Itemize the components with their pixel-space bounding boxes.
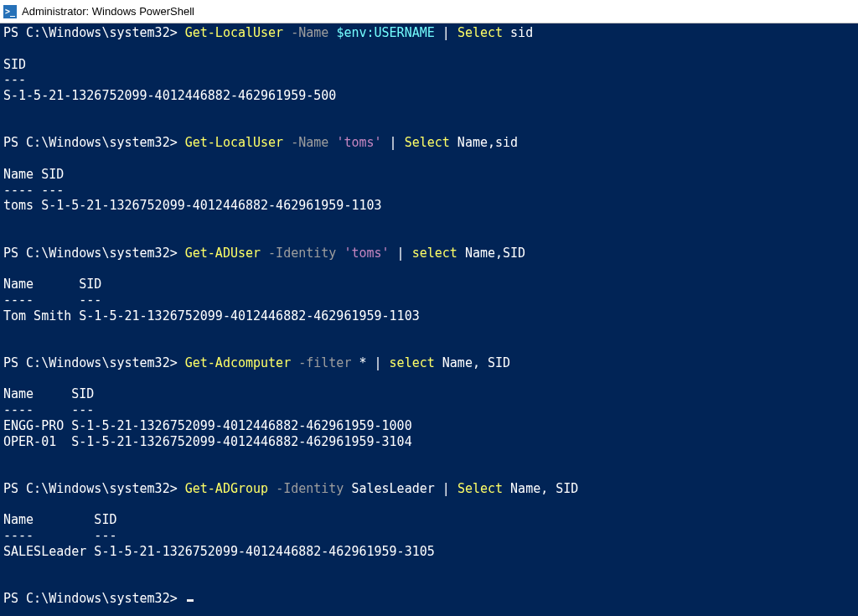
pipe: | xyxy=(435,481,457,496)
ps-prompt: PS C:\Windows\system32> xyxy=(3,355,185,370)
window-title: Administrator: Windows PowerShell xyxy=(22,5,194,18)
pipe: | xyxy=(390,246,412,261)
argument-plain: Name,sid xyxy=(450,135,518,150)
argument-string: 'toms' xyxy=(336,135,381,150)
powershell-icon: >_ xyxy=(3,5,17,18)
argument-plain: Name,SID xyxy=(457,246,525,261)
output-header: Name SID xyxy=(3,277,855,292)
argument-plain: Name, SID xyxy=(503,481,578,496)
argument-plain: SalesLeader xyxy=(351,481,434,496)
pipe: | xyxy=(435,25,457,40)
output-rule: ---- --- xyxy=(3,402,855,418)
output-row: ENGG-PRO S-1-5-21-1326752099-4012446882-… xyxy=(3,418,855,434)
cmdlet: Select xyxy=(457,481,503,496)
window-titlebar[interactable]: >_ Administrator: Windows PowerShell xyxy=(0,0,858,23)
argument-variable: $env:USERNAME xyxy=(336,25,434,40)
output-rule: --- xyxy=(3,72,855,88)
ps-prompt: PS C:\Windows\system32> xyxy=(3,481,185,496)
output-row: SALESLeader S-1-5-21-1326752099-40124468… xyxy=(3,544,855,560)
ps-prompt: PS C:\Windows\system32> xyxy=(3,25,185,40)
argument-plain: Name, SID xyxy=(435,355,510,370)
command-line: PS C:\Windows\system32> Get-LocalUser -N… xyxy=(3,135,855,151)
cmdlet: Get-LocalUser xyxy=(185,25,283,40)
parameter: -Name xyxy=(291,135,328,150)
blank-line xyxy=(3,261,855,277)
blank-line xyxy=(3,449,855,465)
parameter: -Name xyxy=(291,25,328,40)
blank-line xyxy=(3,465,855,481)
output-rule: ---- --- xyxy=(3,183,855,199)
output-header: Name SID xyxy=(3,386,855,402)
blank-line xyxy=(3,497,855,513)
output-row: OPER-01 S-1-5-21-1326752099-4012446882-4… xyxy=(3,434,855,450)
command-line-active[interactable]: PS C:\Windows\system32> xyxy=(3,591,855,607)
cursor xyxy=(187,599,194,602)
ps-prompt: PS C:\Windows\system32> xyxy=(3,591,185,606)
parameter: -Identity xyxy=(276,481,344,496)
blank-line xyxy=(3,371,855,387)
command-line: PS C:\Windows\system32> Get-LocalUser -N… xyxy=(3,25,855,41)
blank-line xyxy=(3,151,855,167)
output-header: SID xyxy=(3,57,855,73)
parameter: -filter xyxy=(298,355,351,370)
command-line: PS C:\Windows\system32> Get-ADUser -Iden… xyxy=(3,246,855,261)
pipe: | xyxy=(382,135,405,150)
cmdlet: select xyxy=(390,355,435,370)
blank-line xyxy=(3,41,855,57)
cmdlet: Get-ADUser xyxy=(185,246,261,261)
pipe: | xyxy=(367,355,390,370)
blank-line xyxy=(3,339,855,355)
blank-line xyxy=(3,324,855,339)
cmdlet: Get-LocalUser xyxy=(185,135,283,150)
cmdlet: Select xyxy=(405,135,450,150)
argument-plain: * xyxy=(359,355,366,370)
cmdlet: select xyxy=(412,246,457,261)
terminal-body[interactable]: PS C:\Windows\system32> Get-LocalUser -N… xyxy=(0,23,858,608)
output-rule: ---- --- xyxy=(3,528,855,544)
output-rule: ---- --- xyxy=(3,292,855,308)
blank-line xyxy=(3,120,855,136)
blank-line xyxy=(3,575,855,591)
argument-plain: sid xyxy=(503,25,533,40)
output-row: S-1-5-21-1326752099-4012446882-462961959… xyxy=(3,88,855,104)
command-line: PS C:\Windows\system32> Get-Adcomputer -… xyxy=(3,355,855,371)
ps-prompt: PS C:\Windows\system32> xyxy=(3,135,185,150)
ps-prompt: PS C:\Windows\system32> xyxy=(3,246,185,261)
cmdlet: Get-ADGroup xyxy=(185,481,268,496)
blank-line xyxy=(3,214,855,230)
cmdlet: Select xyxy=(457,25,503,40)
parameter: -Identity xyxy=(268,246,336,261)
blank-line xyxy=(3,230,855,246)
output-header: Name SID xyxy=(3,512,855,528)
command-line: PS C:\Windows\system32> Get-ADGroup -Ide… xyxy=(3,481,855,497)
output-row: Tom Smith S-1-5-21-1326752099-4012446882… xyxy=(3,308,855,324)
blank-line xyxy=(3,104,855,120)
argument-string: 'toms' xyxy=(344,246,389,261)
output-row: toms S-1-5-21-1326752099-4012446882-4629… xyxy=(3,198,855,214)
cmdlet: Get-Adcomputer xyxy=(185,355,291,370)
blank-line xyxy=(3,560,855,576)
output-header: Name SID xyxy=(3,167,855,183)
